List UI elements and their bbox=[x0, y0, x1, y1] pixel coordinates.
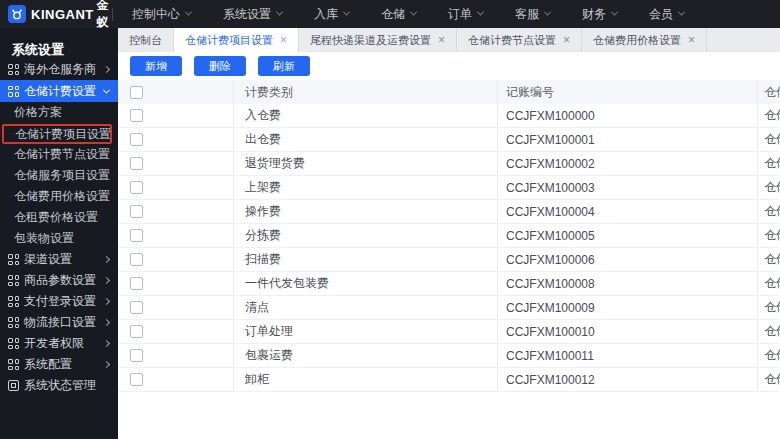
chevron-down-icon bbox=[477, 8, 484, 15]
row-checkbox[interactable] bbox=[130, 133, 143, 146]
table-row: 一件代发包装费CCJFXM100008仓储 bbox=[118, 272, 780, 296]
chevron-right-icon bbox=[103, 340, 110, 347]
row-checkbox[interactable] bbox=[130, 109, 143, 122]
sidebar-group-label: 系统配置 bbox=[24, 356, 72, 373]
clipped-cell: 仓储 bbox=[757, 200, 780, 223]
nav-item[interactable]: 入库 bbox=[298, 0, 365, 28]
tab[interactable]: 控制台 bbox=[118, 28, 174, 52]
sidebar-group-item[interactable]: 渠道设置 bbox=[0, 249, 118, 270]
row-checkbox[interactable] bbox=[130, 181, 143, 194]
clipped-value: 仓储 bbox=[764, 371, 780, 388]
code-value: CCJFXM100002 bbox=[506, 157, 595, 171]
tab[interactable]: 仓储费用价格设置× bbox=[582, 28, 707, 52]
select-all-checkbox[interactable] bbox=[130, 86, 143, 99]
table-row: 上架费CCJFXM100003仓储 bbox=[118, 176, 780, 200]
close-icon[interactable]: × bbox=[280, 34, 287, 46]
code-cell: CCJFXM100001 bbox=[497, 128, 757, 151]
tab[interactable]: 仓储计费项目设置× bbox=[174, 28, 299, 52]
sidebar-group-label: 物流接口设置 bbox=[24, 314, 96, 331]
table-row: 分拣费CCJFXM100005仓储 bbox=[118, 224, 780, 248]
nav-item[interactable]: 系统设置 bbox=[207, 0, 298, 28]
sidebar-group-item[interactable]: 商品参数设置 bbox=[0, 270, 118, 291]
code-cell: CCJFXM100003 bbox=[497, 176, 757, 199]
code-value: CCJFXM100012 bbox=[506, 373, 595, 387]
sidebar-subitem[interactable]: 仓储计费节点设置 bbox=[0, 144, 118, 165]
grid-icon bbox=[8, 359, 19, 370]
table-row: 出仓费CCJFXM100001仓储 bbox=[118, 128, 780, 152]
row-checkbox[interactable] bbox=[130, 229, 143, 242]
tab[interactable]: 尾程快递渠道及运费设置× bbox=[299, 28, 457, 52]
sidebar-group-item[interactable]: 海外仓服务商 bbox=[0, 59, 118, 80]
category-cell: 订单处理 bbox=[233, 320, 497, 343]
nav-item-label: 控制中心 bbox=[132, 6, 180, 23]
close-icon[interactable]: × bbox=[563, 34, 570, 46]
close-icon[interactable]: × bbox=[438, 34, 445, 46]
sidebar-subitem-label: 仓储费用价格设置 bbox=[14, 188, 110, 205]
category-cell: 退货理货费 bbox=[233, 152, 497, 175]
row-checkbox[interactable] bbox=[130, 301, 143, 314]
chevron-down-icon bbox=[343, 8, 350, 15]
chevron-right-icon bbox=[103, 256, 110, 263]
sidebar-group-item[interactable]: 支付登录设置 bbox=[0, 291, 118, 312]
row-checkbox[interactable] bbox=[130, 373, 143, 386]
nav-item[interactable]: 控制中心 bbox=[116, 0, 207, 28]
sidebar-group-item[interactable]: 系统配置 bbox=[0, 354, 118, 375]
grid-icon bbox=[8, 296, 19, 307]
chevron-down-icon bbox=[544, 8, 551, 15]
clipped-cell: 仓储 bbox=[757, 368, 780, 391]
category-value: 清点 bbox=[245, 299, 269, 316]
sidebar-subitem[interactable]: 仓储服务项目设置 bbox=[0, 165, 118, 186]
close-icon[interactable]: × bbox=[688, 34, 695, 46]
sidebar-group-label: 开发者权限 bbox=[24, 335, 84, 352]
table-row: 卸柜CCJFXM100012仓储 bbox=[118, 368, 780, 392]
nav-item[interactable]: 仓储 bbox=[365, 0, 432, 28]
delete-button[interactable]: 删除 bbox=[194, 56, 246, 76]
nav-item[interactable]: 财务 bbox=[566, 0, 633, 28]
clipped-value: 仓储 bbox=[764, 227, 780, 244]
row-checkbox[interactable] bbox=[130, 349, 143, 362]
sidebar-subitem[interactable]: 仓租费价格设置 bbox=[0, 207, 118, 228]
row-checkbox[interactable] bbox=[130, 157, 143, 170]
category-value: 上架费 bbox=[245, 179, 281, 196]
app-window: KINGANT 金蚁 控制中心系统设置入库仓储订单客服财务会员 系统设置 海外仓… bbox=[0, 0, 780, 439]
sidebar-group-item[interactable]: 物流接口设置 bbox=[0, 312, 118, 333]
nav-item[interactable]: 客服 bbox=[499, 0, 566, 28]
code-value: CCJFXM100000 bbox=[506, 109, 595, 123]
sidebar: 系统设置 海外仓服务商仓储计费设置价格方案仓储计费项目设置仓储计费节点设置仓储服… bbox=[0, 28, 118, 439]
sidebar-subitem[interactable]: 仓储计费项目设置 bbox=[2, 124, 112, 144]
row-checkbox[interactable] bbox=[130, 277, 143, 290]
row-checkbox[interactable] bbox=[130, 205, 143, 218]
nav-item[interactable]: 会员 bbox=[633, 0, 700, 28]
table-row: 入仓费CCJFXM100000仓储 bbox=[118, 104, 780, 128]
chevron-right-icon bbox=[103, 361, 110, 368]
row-select-cell bbox=[118, 272, 233, 295]
code-cell: CCJFXM100012 bbox=[497, 368, 757, 391]
nav-item-label: 入库 bbox=[314, 6, 338, 23]
add-button[interactable]: 新增 bbox=[130, 56, 182, 76]
top-bar: KINGANT 金蚁 控制中心系统设置入库仓储订单客服财务会员 bbox=[0, 0, 780, 28]
grid-icon bbox=[8, 254, 19, 265]
sidebar-subitem[interactable]: 价格方案 bbox=[0, 102, 118, 123]
sidebar-group-item[interactable]: 仓储计费设置 bbox=[0, 80, 118, 102]
category-value: 入仓费 bbox=[245, 107, 281, 124]
clipped-cell: 仓储 bbox=[757, 176, 780, 199]
tab[interactable]: 仓储计费节点设置× bbox=[457, 28, 582, 52]
sidebar-group-label: 渠道设置 bbox=[24, 251, 72, 268]
chevron-down-icon bbox=[410, 8, 417, 15]
nav-item[interactable]: 订单 bbox=[432, 0, 499, 28]
clipped-value: 仓储 bbox=[764, 299, 780, 316]
sidebar-subitem[interactable]: 包装物设置 bbox=[0, 228, 118, 249]
row-checkbox[interactable] bbox=[130, 253, 143, 266]
category-cell: 上架费 bbox=[233, 176, 497, 199]
category-value: 一件代发包装费 bbox=[245, 275, 329, 292]
refresh-button[interactable]: 刷新 bbox=[258, 56, 310, 76]
clipped-cell: 仓储 bbox=[757, 272, 780, 295]
tab-bar: 控制台仓储计费项目设置×尾程快递渠道及运费设置×仓储计费节点设置×仓储费用价格设… bbox=[118, 28, 780, 52]
row-checkbox[interactable] bbox=[130, 325, 143, 338]
category-cell: 入仓费 bbox=[233, 104, 497, 127]
category-cell: 操作费 bbox=[233, 200, 497, 223]
sidebar-group-item[interactable]: 开发者权限 bbox=[0, 333, 118, 354]
sidebar-group-item[interactable]: 系统状态管理 bbox=[0, 375, 118, 396]
grid-icon bbox=[8, 64, 19, 75]
sidebar-subitem[interactable]: 仓储费用价格设置 bbox=[0, 186, 118, 207]
